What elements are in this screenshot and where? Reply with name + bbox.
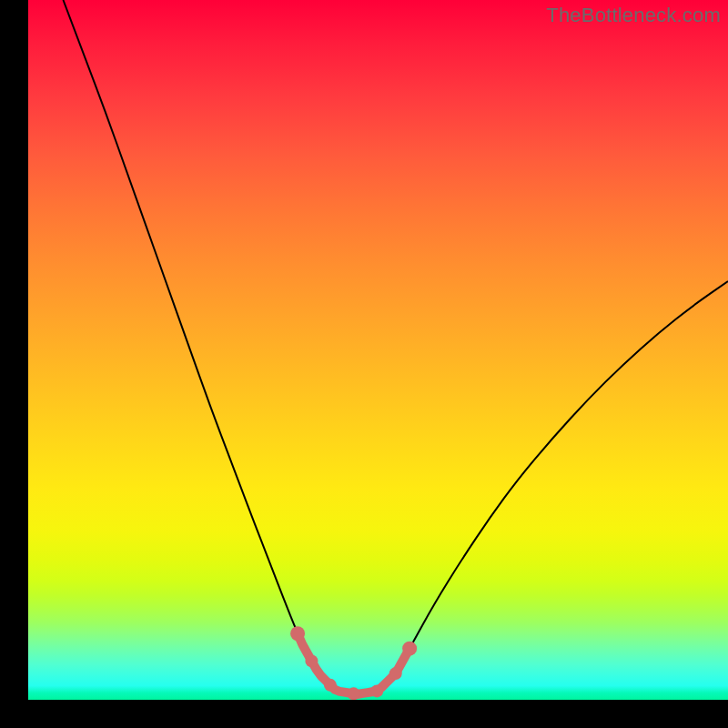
watermark-text: TheBottleneck.com xyxy=(546,4,721,27)
accent-dot xyxy=(324,679,337,692)
accent-dot xyxy=(370,684,383,697)
accent-dot xyxy=(305,654,318,667)
accent-dot xyxy=(348,687,360,700)
accent-dot xyxy=(402,642,417,656)
chart-svg xyxy=(28,0,728,700)
accent-segment xyxy=(290,626,417,700)
bottleneck-curve xyxy=(63,0,728,693)
accent-dot xyxy=(290,626,305,641)
plot-area: TheBottleneck.com xyxy=(28,0,728,700)
chart-frame: TheBottleneck.com xyxy=(0,0,728,728)
accent-dot xyxy=(389,667,402,680)
